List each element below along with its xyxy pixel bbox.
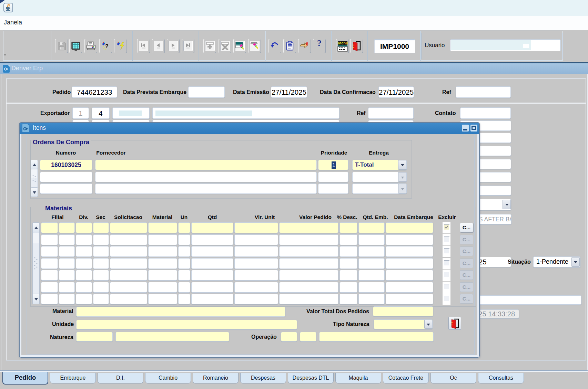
svg-text:Menu: Menu — [338, 41, 348, 45]
svg-text:?: ? — [105, 43, 109, 49]
svg-text:8: 8 — [306, 41, 308, 46]
